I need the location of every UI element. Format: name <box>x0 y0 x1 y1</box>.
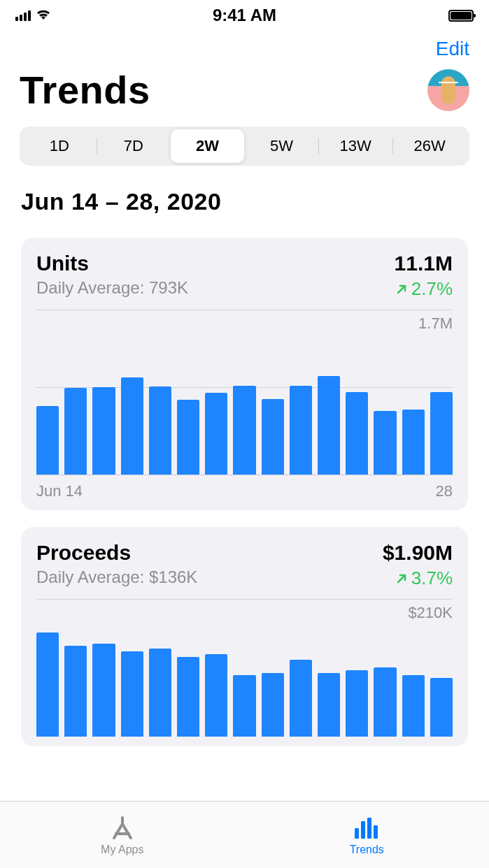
chart-bar <box>290 386 312 475</box>
segment-5w[interactable]: 5W <box>244 129 318 163</box>
card-divider <box>36 599 453 600</box>
time-range-segmented-control[interactable]: 1D 7D 2W 5W 13W 26W <box>20 126 469 166</box>
chart-bar <box>177 657 199 737</box>
chart-bar <box>430 678 453 737</box>
chart-bar <box>262 673 284 737</box>
units-title: Units <box>36 252 89 275</box>
units-x-axis-start: Jun 14 <box>36 482 83 500</box>
units-chart <box>36 335 453 475</box>
page-header: Trends <box>0 60 489 118</box>
units-y-axis-max: 1.7M <box>36 314 453 335</box>
chart-bar <box>262 399 284 475</box>
cellular-signal-icon <box>15 10 31 21</box>
proceeds-card[interactable]: Proceeds $1.90M Daily Average: $136K 3.7… <box>21 527 468 746</box>
status-left <box>15 8 52 23</box>
svg-rect-2 <box>367 818 371 839</box>
chart-bar <box>149 386 171 475</box>
units-total: 11.1M <box>395 252 453 275</box>
svg-rect-0 <box>355 828 359 839</box>
chart-bar <box>346 392 368 475</box>
proceeds-chart <box>36 625 453 737</box>
chart-bar <box>92 644 115 737</box>
proceeds-delta: 3.7% <box>395 567 453 589</box>
card-divider <box>36 310 453 310</box>
avatar[interactable] <box>427 69 469 111</box>
chart-bar <box>64 646 87 737</box>
page-title: Trends <box>20 67 150 113</box>
chart-bar <box>318 376 340 475</box>
chart-bar <box>374 411 396 475</box>
units-x-axis-end: 28 <box>436 482 453 500</box>
units-daily-average: Daily Average: 793K <box>36 278 188 300</box>
chart-bar <box>121 651 143 737</box>
chart-bar <box>402 410 425 475</box>
chart-bar <box>374 667 396 737</box>
segment-1d[interactable]: 1D <box>22 129 97 163</box>
chart-bar <box>346 670 368 737</box>
edit-button[interactable]: Edit <box>436 38 469 59</box>
battery-icon <box>448 10 474 22</box>
chart-bar <box>149 649 171 737</box>
status-bar: 9:41 AM <box>0 0 489 31</box>
units-delta: 2.7% <box>395 278 453 300</box>
tab-trends-label: Trends <box>350 844 384 856</box>
nav-bar: Edit <box>0 31 489 60</box>
chart-bar <box>36 632 59 737</box>
date-range: Jun 14 – 28, 2020 <box>0 166 489 221</box>
tab-trends[interactable]: Trends <box>245 802 490 868</box>
proceeds-title: Proceeds <box>36 541 131 565</box>
apps-icon <box>108 814 137 842</box>
wifi-icon <box>35 8 52 23</box>
arrow-up-right-icon <box>395 572 409 586</box>
chart-bar <box>233 675 255 737</box>
chart-baseline <box>36 475 453 475</box>
segment-26w[interactable]: 26W <box>392 129 467 163</box>
proceeds-daily-average: Daily Average: $136K <box>36 567 197 589</box>
segment-13w[interactable]: 13W <box>318 129 392 163</box>
chart-bar <box>121 377 143 475</box>
chart-bar <box>290 660 312 737</box>
svg-rect-1 <box>361 821 365 839</box>
chart-bar <box>92 387 115 475</box>
chart-bar <box>36 406 59 475</box>
bar-chart-icon <box>352 814 381 842</box>
chart-bar <box>64 388 87 475</box>
proceeds-total: $1.90M <box>383 541 453 565</box>
segment-7d[interactable]: 7D <box>97 129 171 163</box>
proceeds-y-axis-max: $210K <box>36 604 453 625</box>
chart-bar <box>318 673 340 737</box>
chart-bar <box>205 654 227 737</box>
status-time: 9:41 AM <box>213 6 276 25</box>
chart-bar <box>177 400 199 475</box>
arrow-up-right-icon <box>395 282 409 296</box>
chart-bar <box>402 675 425 737</box>
segment-2w[interactable]: 2W <box>171 129 245 163</box>
status-battery <box>448 10 474 22</box>
svg-rect-3 <box>374 825 378 839</box>
chart-bar <box>233 386 255 475</box>
tab-my-apps-label: My Apps <box>101 844 143 856</box>
chart-bar <box>430 392 453 475</box>
tab-bar: My Apps Trends <box>0 801 489 868</box>
chart-bar <box>205 393 227 475</box>
units-card[interactable]: Units 11.1M Daily Average: 793K 2.7% 1.7… <box>21 238 468 510</box>
tab-my-apps[interactable]: My Apps <box>0 802 245 868</box>
